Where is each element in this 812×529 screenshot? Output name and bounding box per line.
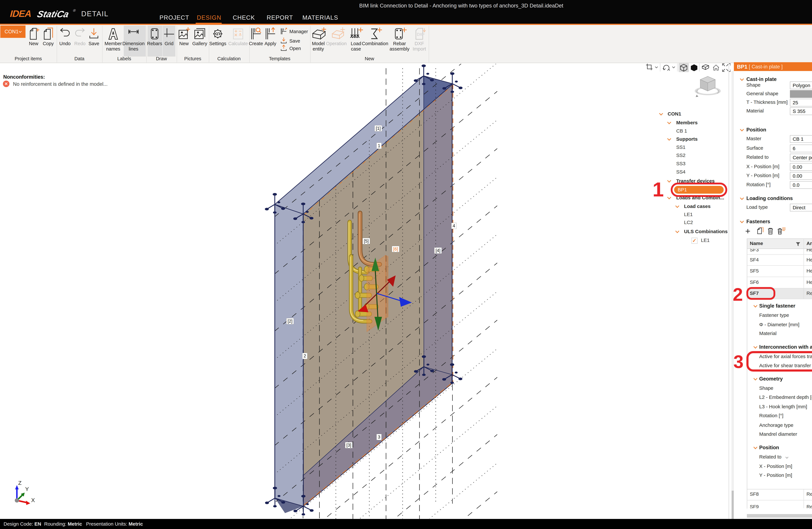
svg-text:X: X	[31, 497, 35, 503]
svg-text:Z: Z	[18, 480, 21, 486]
svg-text:Y: Y	[25, 486, 29, 492]
